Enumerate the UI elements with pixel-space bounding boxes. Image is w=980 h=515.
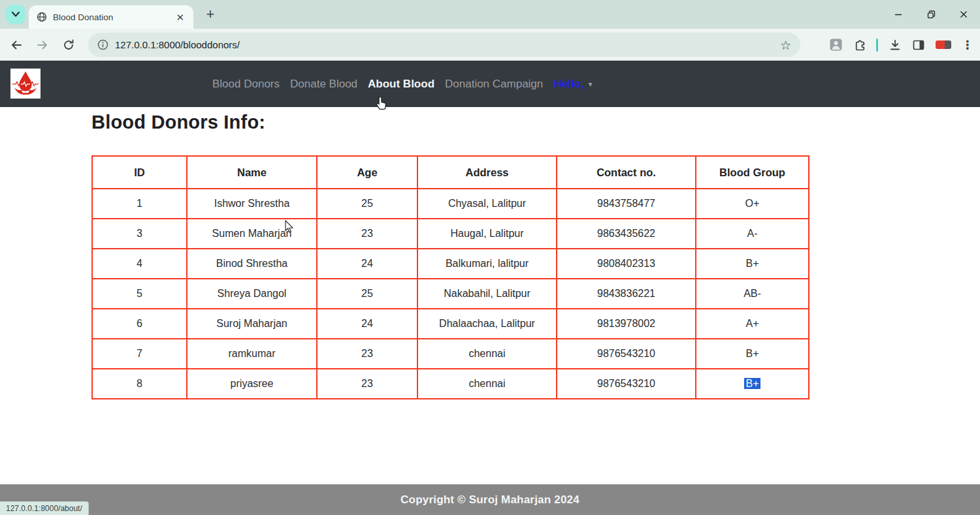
column-header-name: Name [187,156,317,189]
back-button[interactable] [8,37,25,54]
menu-kebab-icon[interactable]: ⋮ [962,38,973,52]
table-cell: 25 [317,279,417,309]
table-cell: chennai [417,369,557,399]
table-cell: chennai [417,339,557,369]
table-cell: B+ [696,249,809,279]
navbar-links: Blood DonorsDonate BloodAbout BloodDonat… [212,61,593,107]
table-cell: priyasree [187,369,317,399]
table-cell: 23 [317,369,417,399]
caret-down-icon: ▾ [589,80,593,89]
side-panel-icon[interactable] [912,39,925,52]
table-row: 7ramkumar23chennai9876543210B+ [92,339,809,369]
minimize-button[interactable] [882,0,915,29]
nav-link-about-blood[interactable]: About Blood [368,78,434,91]
table-cell: 24 [317,309,417,339]
bookmark-star-icon[interactable]: ☆ [780,38,791,52]
url-text[interactable]: 127.0.0.1:8000/blooddonors/ [115,39,240,50]
tab-search-button[interactable] [6,5,25,24]
column-header-age: Age [317,156,417,189]
brand-logo[interactable] [10,69,41,99]
table-row: 5Shreya Dangol25Nakabahil, Lalitpur98438… [92,279,809,309]
download-icon[interactable] [889,39,902,52]
table-cell: 9843758477 [557,189,696,219]
window-controls [882,0,980,29]
close-icon [960,10,968,18]
table-cell: 5 [92,279,187,309]
table-cell: A- [696,219,809,249]
profile-icon[interactable] [830,39,842,51]
column-header-id: ID [92,156,187,189]
new-tab-button[interactable]: + [201,5,220,23]
donors-table: IDNameAgeAddressContact no.Blood Group 1… [91,155,809,399]
globe-favicon-icon [37,12,47,22]
browser-toolbar: 127.0.0.1:8000/blooddonors/ ☆ ⋮ [0,29,980,61]
browser-tabstrip: Blood Donation ✕ + [0,0,980,29]
table-cell: 8 [92,369,187,399]
copyright-text: Copyright © Suroj Maharjan 2024 [400,493,580,507]
reload-icon [62,39,75,52]
browser-tab[interactable]: Blood Donation ✕ [29,5,193,29]
forward-button[interactable] [34,37,51,54]
nav-link-blood-donors[interactable]: Blood Donors [212,78,280,91]
table-cell: B+ [696,369,809,399]
minimize-icon [894,10,902,18]
restore-icon [927,10,936,19]
table-cell: 1 [92,189,187,219]
page-title: Blood Donors Info: [91,112,265,133]
address-bar[interactable]: 127.0.0.1:8000/blooddonors/ ☆ [88,33,800,57]
nav-link-donation-campaign[interactable]: Donation Campaign [445,78,543,91]
table-cell: 4 [92,249,187,279]
toolbar-divider [876,39,878,52]
table-cell: 9813978002 [557,309,696,339]
table-row: 1Ishwor Shrestha25Chyasal, Lalitpur98437… [92,189,809,219]
table-cell: 9808402313 [557,249,696,279]
user-greeting[interactable]: Hello, [553,78,583,91]
table-cell: Dhalaachaa, Lalitpur [417,309,557,339]
table-cell: Chyasal, Lalitpur [417,189,557,219]
table-cell: Shreya Dangol [187,279,317,309]
table-cell: 9876543210 [557,339,696,369]
site-info-icon[interactable] [97,39,108,50]
maximize-button[interactable] [915,0,947,29]
table-cell: 23 [317,339,417,369]
table-cell: Ishwor Shrestha [187,189,317,219]
forward-arrow-icon [36,39,49,52]
close-window-button[interactable] [947,0,980,29]
table-cell: 9876543210 [557,369,696,399]
user-menu[interactable]: Hello, ▾ [553,78,592,91]
table-cell: Suroj Maharjan [187,309,317,339]
table-cell: Balkumari, lalitpur [417,249,557,279]
table-cell: 24 [317,249,417,279]
table-cell: Nakabahil, Lalitpur [417,279,557,309]
table-cell: 25 [317,189,417,219]
table-cell: 7 [92,339,187,369]
selected-text: B+ [744,378,760,389]
status-bar-link-preview: 127.0.0.1:8000/about/ [0,501,89,515]
back-arrow-icon [10,39,23,52]
table-cell: 23 [317,219,417,249]
table-cell: 9843836221 [557,279,696,309]
page-content: Blood Donors Info: IDNameAgeAddressConta… [0,107,980,484]
chevron-down-icon [11,11,20,18]
table-header-row: IDNameAgeAddressContact no.Blood Group [92,156,809,189]
nav-link-donate-blood[interactable]: Donate Blood [290,78,357,91]
table-cell: ramkumar [187,339,317,369]
table-cell: 9863435622 [557,219,696,249]
extension-badge-icon[interactable] [936,40,951,49]
table-row: 8priyasree23chennai9876543210B+ [92,369,809,399]
blood-drop-logo-icon [12,70,39,97]
table-cell: 3 [92,219,187,249]
site-navbar: Blood DonorsDonate BloodAbout BloodDonat… [0,61,980,107]
table-cell: AB- [696,279,809,309]
column-header-address: Address [417,156,557,189]
table-cell: Haugal, Lalitpur [417,219,557,249]
column-header-contact-no: Contact no. [557,156,696,189]
extensions-puzzle-icon[interactable] [853,39,866,52]
plus-icon: + [206,6,215,23]
table-row: 3Sumen Maharjan23Haugal, Lalitpur9863435… [92,219,809,249]
tab-close-icon[interactable]: ✕ [174,11,186,23]
reload-button[interactable] [60,37,77,54]
table-cell: O+ [696,189,809,219]
tab-title: Blood Donation [53,12,169,22]
table-cell: A+ [696,309,809,339]
